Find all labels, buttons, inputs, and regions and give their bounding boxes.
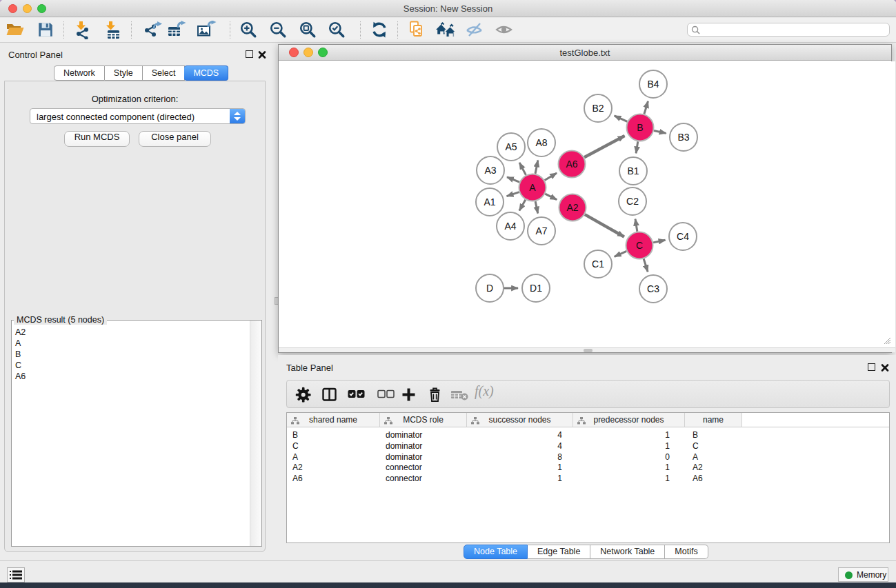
edge-B-B1[interactable] [636,141,638,153]
table-row-A6[interactable]: A6connector11A6 [287,473,890,484]
mcds-result-scrollbar[interactable] [250,321,261,546]
close-panel-icon[interactable] [258,50,266,62]
application-window: Session: New Session [0,0,896,588]
memory-status-icon [845,571,853,579]
edge-A-A4[interactable] [519,200,526,211]
run-mcds-button[interactable]: Run MCDS [64,131,130,147]
node-label-C: C [636,240,643,251]
import-network-icon[interactable] [73,21,92,42]
show-column-panel-icon[interactable] [321,387,337,405]
table-close-icon[interactable] [881,363,889,375]
column-header-name[interactable]: name [685,413,742,427]
import-table-icon[interactable] [103,21,121,42]
hide-panel-eye-icon[interactable] [465,21,484,41]
titlebar[interactable]: Session: New Session [0,0,896,17]
memory-label: Memory [857,570,886,580]
node-label-D1: D1 [530,283,542,294]
edge-C-C1[interactable] [615,251,627,256]
table-float-icon[interactable] [868,363,875,371]
table-settings-gear-icon[interactable] [295,387,311,405]
refresh-icon[interactable] [370,21,388,41]
node-label-A8: A8 [535,137,547,148]
edge-C-C3[interactable] [644,259,648,272]
criterion-dropdown[interactable]: largest connected component (directed) [30,108,246,124]
zoom-in-icon[interactable] [239,21,257,41]
column-header-shared-name[interactable]: shared name [287,413,380,427]
edge-A-A7[interactable] [535,201,538,213]
edge-A2-C[interactable] [585,214,624,236]
search-input[interactable] [703,24,886,35]
edge-B-B3[interactable] [654,130,666,133]
mcds-result-box [11,320,262,547]
node-table: shared nameMCDS rolesuccessor nodesprede… [286,412,890,543]
tab-edge-table[interactable]: Edge Table [528,545,590,559]
window-title: Session: New Session [0,3,896,14]
node-label-B1: B1 [627,165,639,176]
tab-node-table[interactable]: Node Table [464,545,528,559]
open-file-icon[interactable] [6,21,25,41]
delete-table-icon[interactable] [450,389,468,403]
node-label-A4: A4 [504,221,516,232]
zoom-out-icon[interactable] [269,21,287,41]
export-image-icon[interactable] [196,21,217,42]
float-panel-icon[interactable] [246,50,253,58]
create-column-plus-icon[interactable] [401,387,417,405]
edge-A-A5[interactable] [519,163,526,175]
node-label-C4: C4 [677,231,689,242]
tab-network-table[interactable]: Network Table [590,545,665,559]
control-tab-network[interactable]: Network [54,65,105,81]
table-row-A[interactable]: Adominator80A [287,452,890,463]
delete-column-trash-icon[interactable] [427,387,443,405]
show-panel-eye-icon[interactable] [495,21,514,41]
zoom-selected-icon[interactable] [328,21,346,41]
table-panel: Table Panel [278,355,896,560]
edge-A6-B[interactable] [584,136,624,157]
task-list-button[interactable] [7,567,25,582]
search-field[interactable] [687,23,890,37]
edge-A-A1[interactable] [507,192,519,196]
edge-A-A8[interactable] [535,160,538,173]
edge-B-B4[interactable] [644,101,648,114]
memory-button[interactable]: Memory [838,567,888,582]
control-tab-mcds[interactable]: MCDS [184,65,228,81]
mcds-result-item: C [15,360,26,371]
table-row-A2[interactable]: A2connector11A2 [287,462,890,473]
table-toolbar: f(x) [286,380,890,408]
network-canvas[interactable]: AA6A2BCA5A8A3A1A4A7B2B4B3B1C2C4C1C3DD1 [279,61,895,348]
function-builder-icon[interactable]: f(x) [475,383,494,399]
unselect-all-columns-icon[interactable] [377,389,395,402]
network-from-document-icon[interactable] [408,21,426,42]
network-window-titlebar[interactable]: testGlobe.txt [279,45,891,61]
close-panel-button[interactable]: Close panel [139,131,211,147]
tab-motifs[interactable]: Motifs [665,545,708,559]
edge-A-A3[interactable] [507,177,519,182]
edge-C-C2[interactable] [635,219,637,232]
node-label-C2: C2 [626,196,639,207]
edge-B-B2[interactable] [615,116,628,122]
node-label-A7: A7 [535,225,547,236]
edge-A-A2[interactable] [545,194,557,199]
column-header-MCDS-role[interactable]: MCDS role [380,413,467,427]
node-label-D: D [486,283,493,294]
table-row-B[interactable]: Bdominator41B [287,429,890,440]
node-label-B2: B2 [592,103,604,114]
save-session-icon[interactable] [37,21,54,41]
node-label-A: A [529,182,536,193]
zoom-fit-icon[interactable] [299,21,317,41]
dropdown-stepper-icon [230,109,245,123]
edge-C-C4[interactable] [653,240,665,243]
status-bar: Memory [0,560,896,582]
export-table-icon[interactable] [166,21,186,42]
edge-A-A6[interactable] [545,173,557,180]
column-header-successor-nodes[interactable]: successor nodes [467,413,573,427]
export-network-icon[interactable] [143,21,162,42]
control-tab-select[interactable]: Select [143,65,186,81]
home-icon[interactable] [435,21,457,41]
network-hscrollbar[interactable] [279,347,895,352]
column-header-predecessor-nodes[interactable]: predecessor nodes [573,413,685,427]
table-row-C[interactable]: Cdominator41C [287,440,890,452]
search-icon [691,26,700,34]
select-all-columns-icon[interactable] [348,389,365,402]
resize-grip-icon[interactable] [882,334,890,347]
control-tab-style[interactable]: Style [105,65,143,81]
